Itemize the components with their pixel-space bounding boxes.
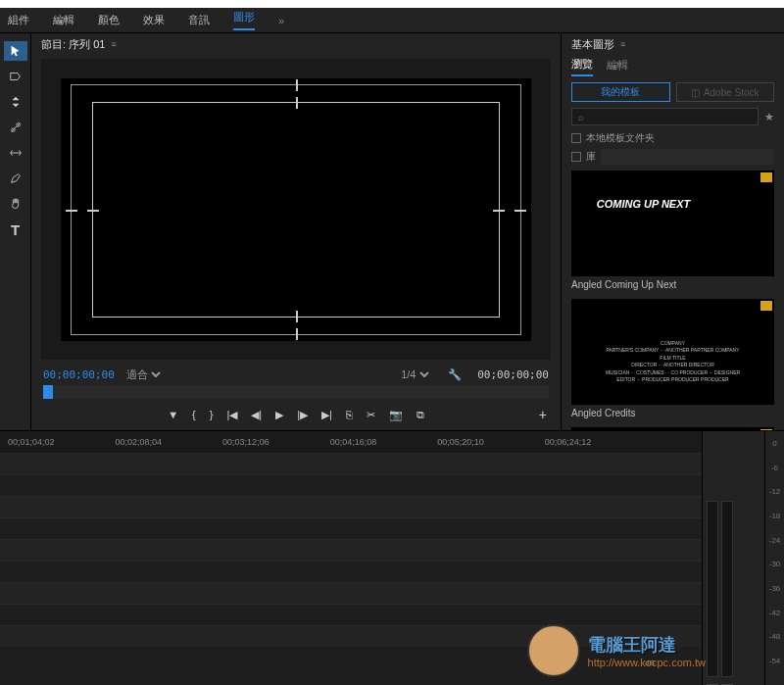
- template-item[interactable]: COMPANYPARTNER'S COMPANY ··· ANOTHER PAR…: [571, 299, 774, 421]
- menu-graphics[interactable]: 圖形: [233, 10, 255, 30]
- play-button[interactable]: ▶: [275, 409, 283, 421]
- audio-track[interactable]: [0, 539, 702, 561]
- menu-components[interactable]: 組件: [8, 13, 29, 27]
- type-tool[interactable]: T: [4, 220, 27, 239]
- playhead-indicator[interactable]: [43, 385, 53, 399]
- audio-track[interactable]: [0, 582, 702, 604]
- add-button[interactable]: +: [539, 407, 547, 422]
- template-item[interactable]: IMAGE CAPTION HERE Angled Image Caption: [571, 427, 774, 430]
- program-panel-menu-icon[interactable]: ≡: [111, 39, 116, 49]
- edit-tab[interactable]: 編輯: [607, 58, 628, 75]
- step-back-button[interactable]: ◀|: [251, 409, 262, 421]
- library-dropdown[interactable]: [601, 149, 774, 165]
- add-marker-button[interactable]: ▼: [168, 409, 178, 420]
- settings-icon[interactable]: 🔧: [448, 368, 462, 381]
- favorites-filter-icon[interactable]: ★: [764, 111, 774, 123]
- time-label: 00;04;16;08: [330, 437, 377, 447]
- go-to-out-button[interactable]: ▶|: [321, 409, 332, 421]
- library-label: 庫: [586, 150, 596, 164]
- audio-track[interactable]: [0, 625, 702, 647]
- audio-track[interactable]: [0, 561, 702, 582]
- program-panel-title: 節目: 序列 01 ≡: [31, 33, 561, 55]
- video-track[interactable]: [0, 474, 702, 496]
- step-forward-button[interactable]: |▶: [297, 409, 308, 421]
- template-preview-text: COMPANYPARTNER'S COMPANY ··· ANOTHER PAR…: [606, 340, 740, 384]
- db-label: dB: [645, 659, 655, 667]
- time-label: 00;01;04;02: [8, 437, 55, 447]
- audio-track[interactable]: [0, 604, 702, 625]
- track-select-tool[interactable]: [4, 67, 27, 86]
- transport-controls: ▼ { } |◀ ◀| ▶ |▶ ▶| ⎘ ✂ 📷 ⧉ +: [31, 399, 561, 430]
- graphics-title-text: 基本圖形: [571, 37, 614, 52]
- video-track[interactable]: [0, 496, 702, 517]
- menu-overflow-icon[interactable]: »: [278, 15, 284, 26]
- mark-out-button[interactable]: }: [210, 409, 214, 420]
- comparison-button[interactable]: ⧉: [416, 409, 424, 421]
- my-templates-tab[interactable]: 我的模板: [571, 82, 670, 102]
- meter-scale: 0-6-12-18-24-30-36-42-48-54: [764, 431, 784, 685]
- menu-edit[interactable]: 編輯: [53, 13, 74, 27]
- menu-bar: 組件 編輯 顏色 效果 音訊 圖形 »: [0, 8, 784, 33]
- program-title-text: 節目: 序列 01: [41, 37, 105, 52]
- hand-tool[interactable]: [4, 194, 27, 214]
- timeline-panel[interactable]: 00;01;04;02 00;02;08;04 00;03;12;06 00;0…: [0, 431, 702, 685]
- templates-list[interactable]: COMING UP NEXT Angled Coming Up Next COM…: [562, 167, 784, 430]
- template-label: Angled Coming Up Next: [571, 276, 774, 293]
- extract-button[interactable]: ✂: [367, 409, 375, 421]
- timeline-tracks[interactable]: [0, 453, 702, 647]
- time-ruler[interactable]: 00;01;04;02 00;02;08;04 00;03;12;06 00;0…: [0, 431, 702, 453]
- program-scrubber[interactable]: [43, 385, 549, 399]
- razor-tool[interactable]: [4, 118, 27, 137]
- playhead-timecode[interactable]: 00;00;00;00: [43, 368, 115, 381]
- template-badge-icon: [760, 301, 772, 311]
- lift-button[interactable]: ⎘: [346, 409, 353, 420]
- ripple-tool[interactable]: [4, 92, 27, 112]
- template-search-input[interactable]: [571, 108, 759, 125]
- pen-tool[interactable]: [4, 169, 27, 188]
- menu-effects[interactable]: 效果: [143, 13, 165, 27]
- local-templates-label: 本地模板文件夹: [586, 131, 655, 145]
- video-track[interactable]: [0, 453, 702, 474]
- time-label: 00;06;24;12: [545, 437, 592, 447]
- graphics-panel-menu-icon[interactable]: ≡: [620, 39, 625, 49]
- time-label: 00;03;12;06: [222, 437, 270, 447]
- program-monitor[interactable]: [41, 59, 551, 360]
- template-label: Angled Credits: [571, 405, 774, 421]
- video-track[interactable]: [0, 517, 702, 539]
- mark-in-button[interactable]: {: [192, 409, 196, 420]
- fit-dropdown[interactable]: 適合: [122, 367, 164, 381]
- time-label: 00;02;08;04: [116, 437, 163, 447]
- template-badge-icon: [760, 429, 772, 430]
- menu-audio[interactable]: 音訊: [188, 13, 210, 27]
- template-item[interactable]: COMING UP NEXT Angled Coming Up Next: [571, 171, 774, 293]
- template-badge-icon: [760, 172, 772, 182]
- menu-color[interactable]: 顏色: [98, 13, 120, 27]
- selection-tool[interactable]: [4, 41, 27, 61]
- time-label: 00;05;20;10: [437, 437, 484, 447]
- tools-panel: T: [0, 33, 31, 430]
- local-templates-checkbox[interactable]: [571, 133, 581, 143]
- audio-meter-left: S: [707, 501, 718, 677]
- audio-meter-right: S: [721, 501, 733, 677]
- zoom-dropdown[interactable]: 1/4: [397, 367, 432, 381]
- title-safe-guide: [92, 102, 500, 318]
- go-to-in-button[interactable]: |◀: [226, 409, 237, 421]
- library-checkbox[interactable]: [571, 152, 581, 162]
- slip-tool[interactable]: [4, 143, 27, 163]
- adobe-stock-tab[interactable]: ◫Adobe Stock: [676, 82, 775, 102]
- template-preview-text: COMING UP NEXT: [597, 198, 691, 210]
- duration-timecode[interactable]: 00;00;00;00: [477, 368, 549, 381]
- audio-meters: S S: [702, 431, 764, 685]
- graphics-panel-title: 基本圖形 ≡: [562, 33, 784, 55]
- browse-tab[interactable]: 瀏覽: [571, 57, 593, 76]
- export-frame-button[interactable]: 📷: [389, 409, 403, 421]
